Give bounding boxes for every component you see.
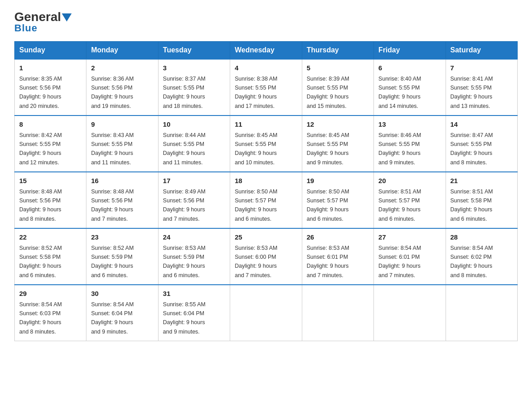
- day-info: Sunrise: 8:46 AMSunset: 5:55 PMDaylight:…: [378, 132, 421, 166]
- calendar-cell: 25 Sunrise: 8:53 AMSunset: 6:00 PMDaylig…: [230, 228, 302, 285]
- day-info: Sunrise: 8:42 AMSunset: 5:55 PMDaylight:…: [19, 132, 62, 166]
- day-number: 3: [163, 63, 225, 73]
- calendar-cell: 30 Sunrise: 8:54 AMSunset: 6:04 PMDaylig…: [86, 285, 158, 341]
- calendar-cell: 2 Sunrise: 8:36 AMSunset: 5:56 PMDayligh…: [86, 59, 158, 116]
- day-info: Sunrise: 8:51 AMSunset: 5:57 PMDaylight:…: [378, 188, 421, 222]
- calendar-cell: 21 Sunrise: 8:51 AMSunset: 5:58 PMDaylig…: [446, 172, 517, 228]
- day-info: Sunrise: 8:53 AMSunset: 6:00 PMDaylight:…: [235, 245, 277, 278]
- day-number: 2: [91, 63, 153, 73]
- calendar-cell: 24 Sunrise: 8:53 AMSunset: 5:59 PMDaylig…: [158, 228, 230, 285]
- page-header: General Blue: [14, 11, 518, 34]
- day-info: Sunrise: 8:48 AMSunset: 5:56 PMDaylight:…: [91, 188, 133, 222]
- calendar-cell: 4 Sunrise: 8:38 AMSunset: 5:55 PMDayligh…: [230, 59, 302, 116]
- day-info: Sunrise: 8:40 AMSunset: 5:55 PMDaylight:…: [378, 76, 421, 109]
- day-info: Sunrise: 8:45 AMSunset: 5:55 PMDaylight:…: [307, 132, 349, 166]
- day-info: Sunrise: 8:43 AMSunset: 5:55 PMDaylight:…: [91, 132, 133, 166]
- calendar-cell: [302, 285, 373, 341]
- day-number: 1: [19, 63, 82, 73]
- calendar-cell: 23 Sunrise: 8:52 AMSunset: 5:59 PMDaylig…: [86, 228, 158, 285]
- calendar-cell: 26 Sunrise: 8:53 AMSunset: 6:01 PMDaylig…: [302, 228, 373, 285]
- logo-general: General: [14, 11, 61, 23]
- day-number: 30: [91, 289, 153, 299]
- calendar-cell: 29 Sunrise: 8:54 AMSunset: 6:03 PMDaylig…: [15, 285, 86, 341]
- day-number: 22: [19, 232, 82, 243]
- day-info: Sunrise: 8:53 AMSunset: 5:59 PMDaylight:…: [163, 245, 206, 278]
- week-row-4: 22 Sunrise: 8:52 AMSunset: 5:58 PMDaylig…: [15, 228, 518, 285]
- calendar-cell: 16 Sunrise: 8:48 AMSunset: 5:56 PMDaylig…: [86, 172, 158, 228]
- calendar-cell: 31 Sunrise: 8:55 AMSunset: 6:04 PMDaylig…: [158, 285, 230, 341]
- day-number: 5: [307, 63, 369, 73]
- col-header-friday: Friday: [374, 42, 446, 60]
- calendar-cell: [374, 285, 446, 341]
- day-info: Sunrise: 8:45 AMSunset: 5:55 PMDaylight:…: [235, 132, 277, 166]
- day-info: Sunrise: 8:44 AMSunset: 5:55 PMDaylight:…: [163, 132, 206, 166]
- week-row-5: 29 Sunrise: 8:54 AMSunset: 6:03 PMDaylig…: [15, 285, 518, 341]
- day-number: 6: [378, 63, 441, 73]
- calendar-cell: [446, 285, 517, 341]
- day-info: Sunrise: 8:54 AMSunset: 6:04 PMDaylight:…: [91, 301, 133, 335]
- day-number: 10: [163, 120, 225, 130]
- calendar-cell: 1 Sunrise: 8:35 AMSunset: 5:56 PMDayligh…: [15, 59, 86, 116]
- day-info: Sunrise: 8:51 AMSunset: 5:58 PMDaylight:…: [450, 188, 493, 222]
- day-info: Sunrise: 8:54 AMSunset: 6:03 PMDaylight:…: [19, 301, 62, 335]
- day-info: Sunrise: 8:39 AMSunset: 5:55 PMDaylight:…: [307, 76, 349, 109]
- day-info: Sunrise: 8:54 AMSunset: 6:01 PMDaylight:…: [378, 245, 421, 278]
- calendar-cell: 5 Sunrise: 8:39 AMSunset: 5:55 PMDayligh…: [302, 59, 373, 116]
- col-header-wednesday: Wednesday: [230, 42, 302, 60]
- day-number: 26: [307, 232, 369, 243]
- day-number: 19: [307, 176, 369, 186]
- day-number: 16: [91, 176, 153, 186]
- logo: General Blue: [14, 11, 72, 34]
- svg-marker-0: [62, 13, 72, 21]
- calendar-cell: 19 Sunrise: 8:50 AMSunset: 5:57 PMDaylig…: [302, 172, 373, 228]
- day-number: 25: [235, 232, 297, 243]
- week-row-1: 1 Sunrise: 8:35 AMSunset: 5:56 PMDayligh…: [15, 59, 518, 116]
- day-info: Sunrise: 8:50 AMSunset: 5:57 PMDaylight:…: [235, 188, 277, 222]
- col-header-monday: Monday: [86, 42, 158, 60]
- day-info: Sunrise: 8:36 AMSunset: 5:56 PMDaylight:…: [91, 76, 133, 109]
- calendar-cell: [230, 285, 302, 341]
- day-number: 31: [163, 289, 225, 299]
- day-info: Sunrise: 8:38 AMSunset: 5:55 PMDaylight:…: [235, 76, 277, 109]
- calendar-cell: 22 Sunrise: 8:52 AMSunset: 5:58 PMDaylig…: [15, 228, 86, 285]
- calendar-cell: 6 Sunrise: 8:40 AMSunset: 5:55 PMDayligh…: [374, 59, 446, 116]
- calendar-cell: 3 Sunrise: 8:37 AMSunset: 5:55 PMDayligh…: [158, 59, 230, 116]
- day-number: 11: [235, 120, 297, 130]
- day-info: Sunrise: 8:41 AMSunset: 5:55 PMDaylight:…: [450, 76, 493, 109]
- day-info: Sunrise: 8:55 AMSunset: 6:04 PMDaylight:…: [163, 301, 206, 335]
- day-number: 29: [19, 289, 82, 299]
- day-number: 8: [19, 120, 82, 130]
- day-info: Sunrise: 8:50 AMSunset: 5:57 PMDaylight:…: [307, 188, 349, 222]
- calendar-cell: 18 Sunrise: 8:50 AMSunset: 5:57 PMDaylig…: [230, 172, 302, 228]
- day-info: Sunrise: 8:54 AMSunset: 6:02 PMDaylight:…: [450, 245, 493, 278]
- day-number: 24: [163, 232, 225, 243]
- day-number: 20: [378, 176, 441, 186]
- day-number: 4: [235, 63, 297, 73]
- calendar-cell: 20 Sunrise: 8:51 AMSunset: 5:57 PMDaylig…: [374, 172, 446, 228]
- day-info: Sunrise: 8:52 AMSunset: 5:58 PMDaylight:…: [19, 245, 62, 278]
- calendar-cell: 8 Sunrise: 8:42 AMSunset: 5:55 PMDayligh…: [15, 116, 86, 172]
- day-number: 17: [163, 176, 225, 186]
- col-header-sunday: Sunday: [15, 42, 86, 60]
- day-number: 12: [307, 120, 369, 130]
- day-info: Sunrise: 8:48 AMSunset: 5:56 PMDaylight:…: [19, 188, 62, 222]
- calendar-cell: 11 Sunrise: 8:45 AMSunset: 5:55 PMDaylig…: [230, 116, 302, 172]
- day-info: Sunrise: 8:35 AMSunset: 5:56 PMDaylight:…: [19, 76, 62, 109]
- day-number: 27: [378, 232, 441, 243]
- logo-blue: Blue: [14, 22, 38, 34]
- day-number: 7: [450, 63, 513, 73]
- day-number: 14: [450, 120, 513, 130]
- calendar-cell: 28 Sunrise: 8:54 AMSunset: 6:02 PMDaylig…: [446, 228, 517, 285]
- day-info: Sunrise: 8:37 AMSunset: 5:55 PMDaylight:…: [163, 76, 206, 109]
- day-number: 28: [450, 232, 513, 243]
- calendar-cell: 27 Sunrise: 8:54 AMSunset: 6:01 PMDaylig…: [374, 228, 446, 285]
- day-number: 18: [235, 176, 297, 186]
- day-info: Sunrise: 8:53 AMSunset: 6:01 PMDaylight:…: [307, 245, 349, 278]
- day-number: 15: [19, 176, 82, 186]
- week-row-2: 8 Sunrise: 8:42 AMSunset: 5:55 PMDayligh…: [15, 116, 518, 172]
- logo-triangle-icon: [62, 13, 72, 21]
- day-number: 23: [91, 232, 153, 243]
- day-info: Sunrise: 8:49 AMSunset: 5:56 PMDaylight:…: [163, 188, 206, 222]
- calendar-cell: 17 Sunrise: 8:49 AMSunset: 5:56 PMDaylig…: [158, 172, 230, 228]
- day-number: 13: [378, 120, 441, 130]
